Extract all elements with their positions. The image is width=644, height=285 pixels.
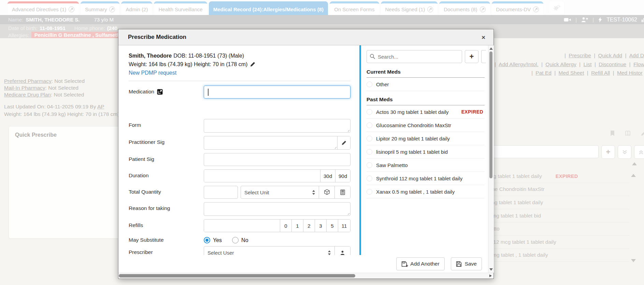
dialog-vertical-scrollbar[interactable]	[488, 45, 494, 273]
med-option-label: Glucosamine Chondroitin MaxStr	[376, 122, 451, 128]
practitioner-sig-label: Practitioner Sig	[129, 139, 164, 145]
med-option-label: Other	[376, 81, 389, 87]
pdmp-request-link[interactable]: New PDMP request	[129, 69, 176, 77]
form-row: Form	[129, 119, 350, 133]
reason-label: Reason for taking	[129, 205, 170, 211]
scroll-up-arrow-icon[interactable]	[489, 47, 493, 50]
partial-button[interactable]	[481, 50, 486, 63]
scrollbar-thumb[interactable]	[489, 51, 492, 178]
radio-dot	[205, 239, 209, 242]
prescription-form: Smith, Theodore DOB: 11-08-1951 (73) (Ma…	[118, 45, 359, 255]
refills-label: Refills	[129, 222, 143, 228]
total-quantity-row: Total Quantity Select Unit	[129, 186, 350, 199]
dialog-body: Smith, Theodore DOB: 11-08-1951 (73) (Ma…	[118, 45, 493, 273]
select-arrows-icon	[312, 190, 315, 195]
medication-label: Medication	[129, 89, 154, 95]
dialog-footer: + Add Another Save	[118, 255, 488, 273]
med-option[interactable]: lisinopril 5 mg tablet 1 tablet bid	[367, 145, 485, 159]
reason-input[interactable]	[204, 202, 350, 216]
scroll-right-arrow-icon[interactable]	[489, 274, 492, 277]
scroll-down-arrow-icon[interactable]	[489, 268, 493, 271]
med-option[interactable]: Synthroid 112 mcg tablet 1 tablet daily	[367, 172, 485, 185]
user-icon	[340, 250, 345, 255]
calculator-button[interactable]	[334, 186, 350, 198]
unit-select[interactable]: Select Unit	[241, 186, 319, 198]
may-substitute-label: May Substitute	[129, 237, 164, 243]
may-substitute-row: May Substitute Yes No	[129, 234, 350, 243]
medication-input[interactable]	[204, 86, 350, 99]
pencil-icon	[342, 140, 346, 145]
add-another-button[interactable]: + Add Another	[396, 257, 444, 270]
refills-2-button[interactable]: 2	[303, 220, 315, 232]
duration-row: Duration 30d 90d	[129, 169, 350, 182]
patient-sig-label: Patient Sig	[129, 156, 154, 162]
refills-11-button[interactable]: 11	[338, 220, 350, 232]
med-option-label: Actos 30 mg tablet 1 tablet daily	[376, 109, 449, 115]
duration-30d-button[interactable]: 30d	[320, 170, 335, 182]
save-button[interactable]: Save	[451, 257, 482, 270]
patient-dob: DOB: 11-08-1951 (73) (Male)	[173, 51, 244, 60]
radio-icon	[367, 176, 372, 181]
cube-icon	[324, 189, 330, 195]
duration-input[interactable]	[204, 170, 320, 182]
substitute-yes-label: Yes	[213, 237, 222, 243]
med-option-label: Saw Palmetto	[376, 162, 408, 168]
substitute-no-radio[interactable]	[232, 237, 239, 243]
med-option[interactable]: Glucosamine Chondroitin MaxStr	[367, 119, 485, 132]
select-arrows-icon	[328, 250, 331, 255]
refills-0-button[interactable]: 0	[280, 220, 291, 232]
refills-3-button[interactable]: 3	[315, 220, 326, 232]
edit-vitals-pencil-icon[interactable]	[250, 62, 255, 67]
patient-sig-input[interactable]	[204, 153, 350, 166]
duration-90d-button[interactable]: 90d	[335, 170, 350, 182]
med-option-label: lisinopril 5 mg tablet 1 tablet bid	[376, 149, 448, 155]
text-caret	[208, 89, 209, 96]
substitute-no-label: No	[241, 237, 248, 243]
patient-sig-row: Patient Sig	[129, 153, 350, 166]
total-quantity-input[interactable]	[204, 186, 238, 199]
medication-row: Medication	[129, 86, 350, 99]
prescriber-select[interactable]: Select User	[204, 246, 334, 255]
med-option-other[interactable]: Other	[367, 78, 485, 91]
radio-icon	[367, 81, 372, 87]
form-input[interactable]	[204, 119, 350, 133]
edit-sig-button[interactable]	[337, 136, 350, 149]
search-icon	[370, 54, 375, 59]
unit-select-value: Select Unit	[244, 190, 269, 195]
dialog-header: Prescribe Medication ×	[118, 29, 493, 45]
refills-input[interactable]	[204, 220, 280, 232]
dialog-horizontal-scrollbar[interactable]	[118, 273, 493, 279]
dialog-main-row: Smith, Theodore DOB: 11-08-1951 (73) (Ma…	[118, 45, 488, 255]
expired-badge: EXPIRED	[461, 109, 483, 115]
patient-name: Smith, Theodore	[129, 51, 172, 60]
med-option-label: Xanax 0.5 mg tablet , 1 tablet daily	[376, 189, 455, 195]
radio-icon	[367, 149, 372, 155]
form-label: Form	[129, 122, 141, 128]
practitioner-sig-input[interactable]	[204, 136, 337, 149]
add-medication-button[interactable]: +	[465, 50, 478, 63]
prescriber-row: Prescriber Select User	[129, 246, 350, 255]
reason-row: Reason for taking	[129, 202, 350, 216]
scrollbar-thumb[interactable]	[119, 274, 355, 278]
calculator-icon	[340, 190, 345, 195]
refills-row: Refills 0 1 2 3 5 11	[129, 219, 350, 232]
refills-1-button[interactable]: 1	[291, 220, 303, 232]
duration-label: Duration	[129, 172, 149, 179]
med-option[interactable]: Xanax 0.5 mg tablet , 1 tablet daily	[367, 185, 485, 198]
med-option[interactable]: Saw Palmetto	[367, 159, 485, 172]
prescriber-label: Prescriber	[129, 249, 153, 255]
medication-lookup-icon[interactable]	[157, 89, 163, 95]
select-user-button[interactable]	[334, 246, 350, 255]
refills-5-button[interactable]: 5	[326, 220, 338, 232]
save-icon	[456, 261, 462, 267]
patient-summary-line: Smith, Theodore DOB: 11-08-1951 (73) (Ma…	[129, 51, 350, 60]
med-option[interactable]: Actos 30 mg tablet 1 tablet daily EXPIRE…	[367, 105, 485, 119]
substitute-yes-radio[interactable]	[204, 237, 210, 243]
meds-search-input[interactable]	[367, 50, 462, 63]
save-plus-icon: +	[401, 261, 407, 267]
package-button[interactable]	[319, 186, 334, 198]
meds-search-row: +	[367, 50, 485, 63]
close-icon[interactable]: ×	[482, 34, 485, 41]
radio-icon	[367, 109, 372, 115]
med-option[interactable]: Lipitor 20 mg tablet 1 tablet daily	[367, 132, 485, 145]
